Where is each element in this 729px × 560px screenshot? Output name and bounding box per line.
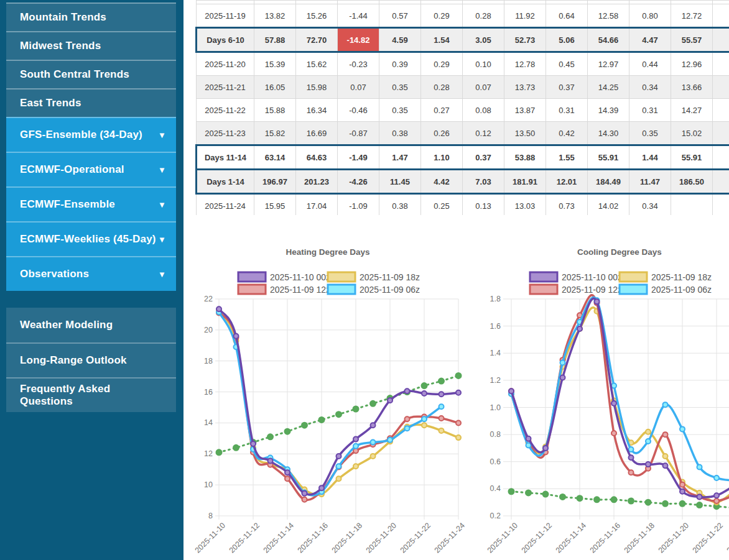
- data-point: [509, 489, 514, 494]
- table-cell: 63.14: [254, 145, 296, 170]
- table-row: 2025-11-2315.8216.69-0.870.380.260.1213.…: [197, 122, 729, 145]
- sidebar-item-midwest-trends[interactable]: Midwest Trends: [6, 31, 176, 60]
- data-point: [336, 411, 341, 417]
- data-point: [680, 489, 685, 494]
- x-tick-label: 2025-11-22: [691, 521, 725, 554]
- legend-label[interactable]: 2025-11-09 06z: [360, 285, 420, 295]
- x-tick-label: 2025-11-12: [520, 521, 554, 554]
- sidebar-item-weather-modeling[interactable]: Weather Modeling: [6, 308, 176, 342]
- data-point: [456, 390, 461, 395]
- x-tick-label: 2025-11-22: [399, 521, 432, 554]
- sidebar-item-south-central-trends[interactable]: South Central Trends: [6, 60, 176, 88]
- data-point: [302, 497, 307, 502]
- table-cell: 15.98: [296, 76, 338, 99]
- sidebar-secondary-group: Weather ModelingLong-Range OutlookFreque…: [6, 308, 176, 412]
- sidebar-item-label: South Central Trends: [20, 68, 129, 81]
- data-point: [302, 491, 307, 496]
- table-cell: 0.39: [379, 52, 421, 76]
- forecast-table-container: 2025-11-1913.8215.26-1.440.570.290.2811.…: [195, 0, 729, 215]
- sidebar-item-east-trends[interactable]: East Trends: [6, 88, 176, 117]
- sidebar-item-ecmwf-ensemble[interactable]: ECMWF-Ensemble▼: [6, 186, 176, 221]
- table-cell: 0.31: [546, 99, 588, 122]
- table-cell: 15.62: [296, 52, 338, 76]
- sidebar-item-label: Mountain Trends: [20, 11, 106, 24]
- table-row: Days 1-14196.97201.23-4.2611.454.427.031…: [197, 170, 729, 194]
- table-cell: 12.01: [546, 170, 588, 194]
- table-cell: 55.57: [671, 28, 713, 52]
- y-tick-label: 0.2: [490, 512, 501, 520]
- data-point: [663, 402, 668, 407]
- sidebar-item-gfs-ensemble-34-day-[interactable]: GFS-Ensemble (34-Day)▼: [6, 117, 176, 152]
- sidebar-item-frequently-asked-questions[interactable]: Frequently Asked Questions: [6, 377, 176, 412]
- table-row: Days 6-1057.8872.70-14.824.591.543.0552.…: [197, 28, 729, 52]
- series-line-2025-11-09 06z: [219, 312, 442, 495]
- table-cell: 55.91: [671, 145, 713, 170]
- table-cell: 0.35: [379, 76, 421, 99]
- legend-swatch[interactable]: [238, 272, 266, 282]
- table-cell: 186.50: [671, 170, 713, 194]
- data-point: [663, 432, 668, 437]
- legend-swatch[interactable]: [328, 285, 355, 294]
- data-point: [697, 464, 702, 469]
- table-cell: 181.91: [504, 170, 546, 194]
- legend-label[interactable]: 2025-11-09 18z: [651, 272, 712, 282]
- legend-swatch[interactable]: [620, 272, 647, 282]
- sidebar-item-ecmwf-weeklies-45-day-[interactable]: ECMWF-Weeklies (45-Day)▼: [6, 221, 176, 256]
- table-cell: 52.73: [504, 28, 546, 52]
- sidebar-item-observations[interactable]: Observations▼: [6, 256, 176, 291]
- table-cell: 15.02: [671, 122, 713, 145]
- legend-swatch[interactable]: [530, 285, 557, 294]
- data-point: [285, 429, 290, 434]
- legend-label[interactable]: 2025-11-10 00z: [562, 272, 622, 282]
- table-cell: -14.82: [338, 28, 379, 52]
- x-tick-label: 2025-11-20: [364, 521, 398, 554]
- data-point: [422, 423, 427, 428]
- data-point: [353, 444, 358, 449]
- table-cell: 11.47: [629, 170, 671, 194]
- table-cell: -1.09: [338, 194, 379, 216]
- y-tick-label: 1.2: [490, 376, 501, 385]
- legend-label[interactable]: 2025-11-10 00z: [270, 272, 330, 282]
- data-point: [456, 420, 461, 425]
- sidebar-item-long-range-outlook[interactable]: Long-Range Outlook: [6, 342, 176, 377]
- legend-swatch[interactable]: [530, 272, 557, 282]
- legend-label[interactable]: 2025-11-09 12z: [270, 285, 330, 295]
- legend-label[interactable]: 2025-11-09 06z: [651, 285, 712, 295]
- data-point: [439, 416, 444, 421]
- table-cell: 16.34: [296, 99, 338, 122]
- table-row: 2025-11-2116.0515.980.070.350.280.0713.7…: [197, 76, 729, 99]
- data-point: [302, 423, 307, 428]
- table-cell: 0.37: [463, 145, 504, 170]
- legend-label[interactable]: 2025-11-09 12z: [562, 285, 622, 295]
- data-point: [611, 401, 616, 406]
- legend-swatch[interactable]: [620, 285, 647, 294]
- table-cell: 1.44: [629, 145, 671, 170]
- y-tick-label: 1.4: [490, 349, 501, 357]
- data-point: [388, 438, 392, 443]
- table-cell: 12.58: [588, 4, 629, 28]
- data-point: [233, 445, 239, 451]
- data-point: [405, 426, 410, 431]
- data-point: [337, 454, 341, 459]
- table-cell: 0.57: [379, 4, 421, 28]
- table-cell: 1.10: [421, 145, 463, 170]
- legend-swatch[interactable]: [238, 285, 266, 294]
- table-cell: 0.35: [629, 122, 671, 145]
- table-cell: 1.54: [421, 28, 463, 52]
- table-cell: 0.12: [463, 122, 504, 145]
- legend-swatch[interactable]: [328, 272, 355, 282]
- sidebar-main-group: Mountain TrendsMidwest TrendsSouth Centr…: [6, 2, 176, 291]
- data-point: [526, 436, 531, 441]
- legend-label[interactable]: 2025-11-09 18z: [360, 272, 420, 282]
- table-cell: 14.25: [588, 76, 629, 99]
- data-point: [646, 439, 651, 444]
- chevron-down-icon: ▼: [158, 131, 166, 139]
- data-point: [577, 495, 583, 501]
- data-point: [216, 306, 221, 311]
- sidebar-item-ecmwf-operational[interactable]: ECMWF-Operational▼: [6, 152, 176, 186]
- table-cell: 14.30: [588, 122, 629, 145]
- table-cell: 4.59: [379, 28, 421, 52]
- sidebar-item-mountain-trends[interactable]: Mountain Trends: [6, 2, 176, 31]
- table-cell: 0.29: [421, 4, 463, 28]
- data-point: [509, 388, 514, 393]
